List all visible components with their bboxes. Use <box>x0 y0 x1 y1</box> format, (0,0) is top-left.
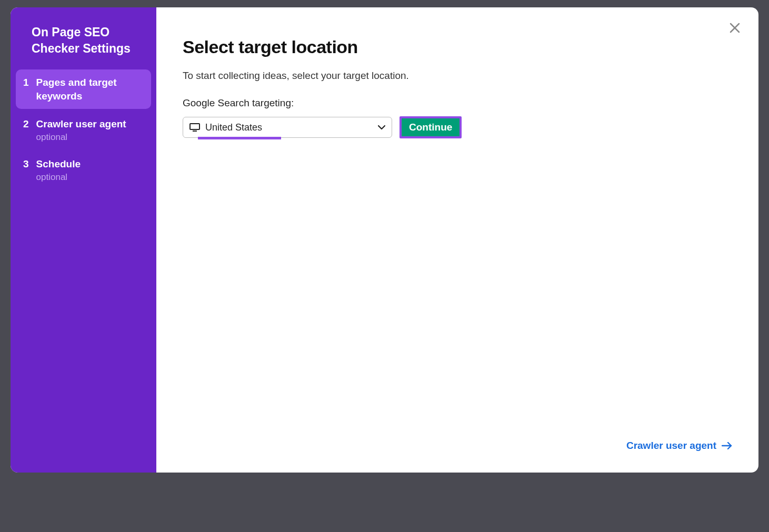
main-content: Select target location To start collecti… <box>156 7 758 473</box>
page-subtitle: To start collecting ideas, select your t… <box>183 70 732 82</box>
step-number: 2 <box>23 117 29 132</box>
close-button[interactable] <box>727 20 743 36</box>
step-optional: optional <box>36 172 81 183</box>
continue-button[interactable]: Continue <box>400 116 462 138</box>
sidebar-step-schedule[interactable]: 3 Schedule optional <box>16 151 151 189</box>
location-dropdown[interactable]: United States <box>183 117 392 138</box>
page-title: Select target location <box>183 37 732 57</box>
chevron-down-icon <box>378 123 385 132</box>
sidebar: On Page SEO Checker Settings 1 Pages and… <box>11 7 156 473</box>
step-label: Crawler user agent <box>36 117 126 131</box>
step-optional: optional <box>36 132 126 143</box>
arrow-right-icon <box>722 442 732 449</box>
svg-rect-2 <box>190 124 199 129</box>
next-step-link[interactable]: Crawler user agent <box>626 440 732 451</box>
step-number: 1 <box>23 76 29 90</box>
step-label: Pages and target keywords <box>36 76 144 103</box>
sidebar-step-crawler-user-agent[interactable]: 2 Crawler user agent optional <box>16 111 151 149</box>
step-number: 3 <box>23 157 29 172</box>
form-row: United States Continue <box>183 116 732 138</box>
close-icon <box>729 22 741 34</box>
footer-link-label: Crawler user agent <box>626 440 716 451</box>
highlight-underline <box>198 137 281 139</box>
sidebar-title: On Page SEO Checker Settings <box>16 24 151 57</box>
step-label: Schedule <box>36 157 81 171</box>
sidebar-step-pages-keywords[interactable]: 1 Pages and target keywords <box>16 69 151 109</box>
targeting-label: Google Search targeting: <box>183 97 732 109</box>
desktop-icon <box>189 123 200 132</box>
settings-modal: On Page SEO Checker Settings 1 Pages and… <box>11 7 758 473</box>
dropdown-value: United States <box>205 122 378 133</box>
